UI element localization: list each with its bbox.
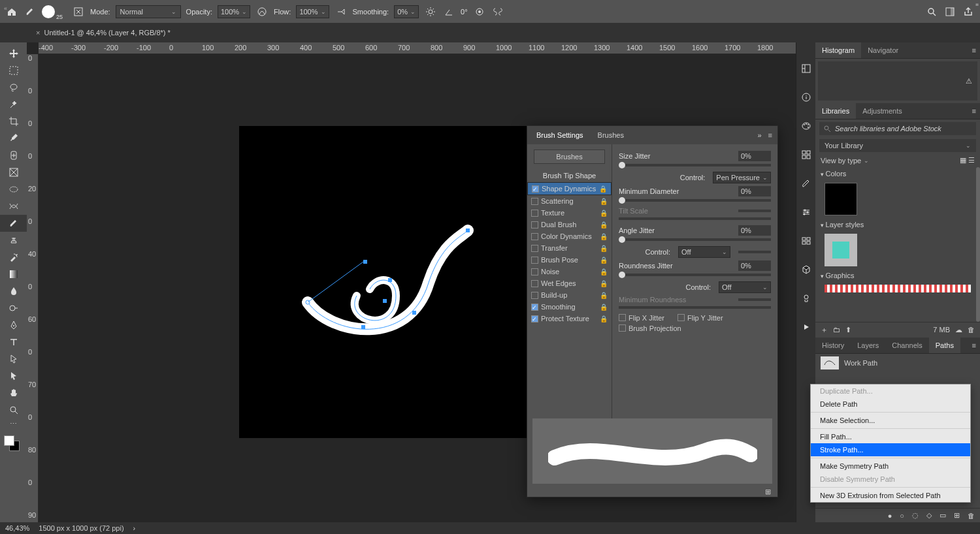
- pressure-opacity-icon[interactable]: [255, 5, 269, 18]
- angle-jitter-value[interactable]: 0%: [738, 225, 771, 236]
- library-section-styles[interactable]: Layer styles: [815, 218, 980, 231]
- tab-adjustments[interactable]: Adjustments: [856, 103, 909, 119]
- lock-icon[interactable]: 🔒: [600, 198, 608, 205]
- fill-path-icon[interactable]: ●: [888, 512, 892, 520]
- new-preset-icon[interactable]: ⊞: [765, 488, 771, 496]
- checkbox[interactable]: [532, 185, 539, 193]
- checkbox[interactable]: [531, 233, 538, 240]
- smoothing-input[interactable]: 0%⌄: [394, 5, 419, 18]
- tab-layers[interactable]: Layers: [851, 338, 885, 353]
- library-color-swatch[interactable]: [825, 183, 857, 215]
- warning-icon[interactable]: ⚠: [966, 77, 972, 86]
- panel-menu-icon[interactable]: ≡: [968, 338, 980, 353]
- brush-tip-shape-link[interactable]: Brush Tip Shape: [527, 169, 612, 182]
- library-graphic-item[interactable]: [825, 285, 971, 292]
- move-tool[interactable]: [0, 45, 27, 62]
- hand-tool[interactable]: [0, 385, 27, 401]
- tab-libraries[interactable]: Libraries: [815, 103, 856, 119]
- checkbox[interactable]: [531, 304, 538, 311]
- lock-icon[interactable]: 🔒: [600, 210, 608, 217]
- history-brush-tool[interactable]: [0, 249, 27, 266]
- zoom-readout[interactable]: 46,43%: [5, 524, 29, 532]
- brush-tool[interactable]: [0, 215, 27, 232]
- menu-item-delete-path[interactable]: Delete Path: [811, 398, 970, 411]
- checkbox[interactable]: [531, 210, 538, 217]
- zoom-tool[interactable]: [0, 401, 27, 418]
- mask-icon[interactable]: ▭: [939, 511, 946, 520]
- share-icon[interactable]: [962, 5, 975, 18]
- lock-icon[interactable]: 🔒: [600, 221, 608, 228]
- panel-menu-icon[interactable]: ≡: [968, 42, 980, 58]
- collapse-left-icon[interactable]: «: [4, 5, 7, 12]
- brush-option-wet-edges[interactable]: Wet Edges🔒: [527, 277, 612, 289]
- swatches-panel-icon[interactable]: [800, 148, 813, 161]
- marquee-ellipse-tool[interactable]: [0, 181, 27, 198]
- menu-item-make-symmetry-path[interactable]: Make Symmetry Path: [811, 460, 970, 473]
- tab-paths[interactable]: Paths: [929, 338, 960, 353]
- brush-preview-icon[interactable]: [42, 5, 55, 18]
- brush-option-build-up[interactable]: Build-up🔒: [527, 289, 612, 301]
- symmetry-icon[interactable]: [491, 5, 504, 18]
- brushes-panel-icon[interactable]: [800, 177, 813, 190]
- brush-tool-icon[interactable]: [24, 5, 37, 18]
- brush-option-dual-brush[interactable]: Dual Brush🔒: [527, 219, 612, 230]
- close-tab-icon[interactable]: ×: [36, 29, 40, 37]
- status-chevron-icon[interactable]: ›: [133, 524, 136, 532]
- brush-option-scattering[interactable]: Scattering🔒: [527, 195, 612, 207]
- info-panel-icon[interactable]: [800, 91, 813, 104]
- roundness-jitter-value[interactable]: 0%: [738, 260, 771, 271]
- gradient-tool[interactable]: [0, 266, 27, 283]
- panel-menu-icon[interactable]: ≡: [968, 103, 980, 119]
- checkbox[interactable]: [531, 198, 538, 205]
- search-icon[interactable]: [925, 5, 938, 18]
- path-to-selection-icon[interactable]: ◌: [912, 511, 919, 520]
- lock-icon[interactable]: 🔒: [600, 304, 608, 311]
- angle-jitter-slider[interactable]: [619, 238, 771, 241]
- lock-icon[interactable]: 🔒: [600, 257, 608, 264]
- ruler-vertical[interactable]: 000020040060070080090: [27, 54, 39, 522]
- lock-icon[interactable]: 🔒: [600, 233, 608, 240]
- color-panel-icon[interactable]: [800, 119, 813, 133]
- control-off-select-2[interactable]: Off⌄: [719, 281, 771, 293]
- checkbox[interactable]: [531, 315, 538, 322]
- menu-item-make-selection[interactable]: Make Selection...: [811, 414, 970, 427]
- brush-option-noise[interactable]: Noise🔒: [527, 266, 612, 277]
- airbrush-icon[interactable]: [335, 5, 348, 18]
- scrollbar[interactable]: [976, 167, 980, 322]
- tab-brushes[interactable]: Brushes: [594, 129, 628, 142]
- opacity-input[interactable]: 100%⌄: [218, 5, 250, 18]
- control-pen-pressure-select[interactable]: Pen Pressure⌄: [713, 172, 771, 183]
- type-tool[interactable]: [0, 334, 27, 351]
- properties-panel-icon[interactable]: [800, 62, 813, 75]
- checkbox[interactable]: [531, 221, 538, 228]
- lock-icon[interactable]: 🔒: [599, 185, 607, 193]
- brush-option-protect-texture[interactable]: Protect Texture🔒: [527, 313, 612, 324]
- checkbox[interactable]: [531, 257, 538, 264]
- menu-item-stroke-path[interactable]: Stroke Path...: [811, 443, 970, 456]
- collapse-panel-icon[interactable]: »: [757, 131, 761, 139]
- min-diameter-value[interactable]: 0%: [738, 186, 771, 196]
- lock-icon[interactable]: 🔒: [600, 280, 608, 287]
- timeline-panel-icon[interactable]: [800, 321, 813, 334]
- roundness-jitter-slider[interactable]: [619, 274, 771, 276]
- color-swatches[interactable]: [0, 435, 27, 455]
- edit-toolbar-icon[interactable]: ⋯: [0, 418, 27, 429]
- path-intersect-tool[interactable]: [0, 198, 27, 215]
- brush-option-texture[interactable]: Texture🔒: [527, 207, 612, 219]
- checkbox[interactable]: [531, 280, 538, 287]
- checkbox[interactable]: [531, 292, 538, 299]
- healing-tool[interactable]: [0, 147, 27, 164]
- path-select-tool[interactable]: [0, 351, 27, 368]
- path-row-workpath[interactable]: Work Path: [815, 354, 980, 372]
- marquee-tool[interactable]: [0, 62, 27, 79]
- lasso-tool[interactable]: [0, 79, 27, 96]
- 3d-panel-icon[interactable]: [800, 263, 813, 276]
- collapse-panels-icon[interactable]: »: [975, 1, 979, 8]
- library-section-graphics[interactable]: Graphics: [815, 269, 980, 282]
- min-diameter-slider[interactable]: [619, 199, 771, 202]
- library-search-input[interactable]: Search libraries and Adobe Stock: [819, 122, 976, 135]
- brush-projection-checkbox[interactable]: Brush Projection: [619, 324, 771, 332]
- list-view-icon[interactable]: ☰: [968, 156, 975, 165]
- flip-y-jitter-checkbox[interactable]: Flip Y Jitter: [678, 314, 723, 322]
- lock-icon[interactable]: 🔒: [600, 292, 608, 299]
